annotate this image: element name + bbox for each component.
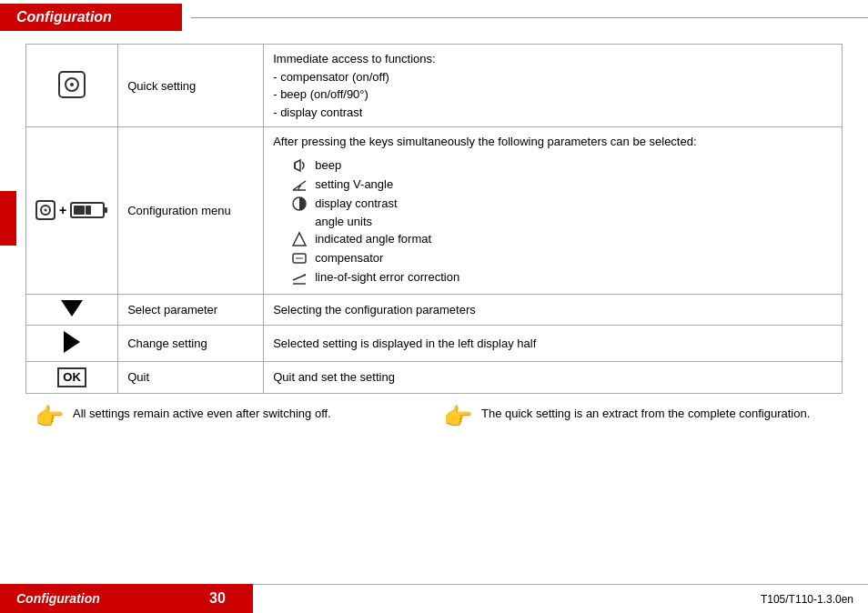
desc-configmenu: After pressing the keys simultaneously t…	[264, 127, 843, 295]
table-row: OK Quit Quit and set the setting	[26, 361, 843, 393]
note-2-text: The quick setting is an extract from the…	[481, 407, 810, 420]
settings-icon	[57, 70, 86, 99]
note-2: 👉 The quick setting is an extract from t…	[443, 407, 833, 431]
table-row: Change setting Selected setting is displ…	[26, 325, 843, 361]
label-configmenu: Configuration menu	[118, 127, 264, 295]
label-quicksetting: Quick setting	[118, 45, 264, 127]
label-change: Change setting	[118, 325, 264, 361]
triangle-down-icon	[61, 300, 83, 317]
config-table: Quick setting Immediate access to functi…	[25, 44, 843, 394]
footer-spacer	[253, 584, 553, 613]
main-content: Quick setting Immediate access to functi…	[0, 35, 868, 440]
svg-line-20	[293, 275, 306, 280]
desc-select: Selecting the configuration parameters	[264, 294, 843, 325]
header-title-box: Configuration	[0, 4, 182, 31]
header-line	[191, 17, 868, 18]
plus-icon: +	[59, 203, 66, 217]
finger-icon-2: 👉	[443, 403, 472, 431]
icon-cell-change	[26, 325, 118, 361]
los-icon	[291, 269, 308, 286]
finger-icon-1: 👉	[35, 403, 64, 431]
contrast-icon	[291, 196, 308, 212]
config-item-vangle: setting V-angle	[291, 176, 833, 193]
vangle-icon	[291, 176, 308, 193]
config-item-beep: beep	[291, 157, 833, 174]
header-title: Configuration	[16, 9, 112, 25]
footer-page: 30	[182, 584, 253, 613]
side-tab	[0, 191, 16, 246]
footer-version: T105/T110-1.3.0en	[553, 584, 868, 613]
config-item-compensator: compensator	[291, 250, 833, 266]
settings-small-icon	[35, 200, 56, 220]
note-1: 👉 All settings remain active even after …	[35, 407, 425, 431]
svg-rect-9	[86, 206, 91, 215]
svg-marker-16	[293, 233, 306, 246]
footer-title: Configuration	[0, 584, 182, 613]
page-footer: Configuration 30 T105/T110-1.3.0en	[0, 584, 868, 613]
icon-combo: +	[35, 200, 108, 220]
config-item-angleunits: angle units	[315, 215, 833, 228]
svg-point-5	[45, 209, 47, 212]
icon-cell-select	[26, 294, 118, 325]
battery-icon	[70, 200, 108, 220]
svg-rect-8	[74, 206, 85, 215]
config-items: beep setting V-angle	[273, 151, 833, 286]
config-item-los: line-of-sight error correction	[291, 269, 833, 286]
icon-cell-configmenu: +	[26, 127, 118, 295]
desc-quicksetting: Immediate access to functions: - compens…	[264, 45, 843, 127]
config-item-contrast: display contrast	[291, 196, 833, 212]
svg-point-2	[70, 83, 74, 86]
table-row: Quick setting Immediate access to functi…	[26, 45, 843, 127]
compensator-icon	[291, 250, 308, 266]
table-row: Select parameter Selecting the configura…	[26, 294, 843, 325]
icon-cell-quit: OK	[26, 361, 118, 393]
page-header: Configuration	[0, 0, 868, 35]
desc-change: Selected setting is displayed in the lef…	[264, 325, 843, 361]
svg-rect-7	[104, 207, 107, 213]
triangle-right-icon	[64, 331, 80, 353]
note-1-text: All settings remain active even after sw…	[73, 407, 331, 420]
config-item-angleformat: indicated angle format	[291, 231, 833, 247]
notes-section: 👉 All settings remain active even after …	[25, 407, 843, 431]
table-row: + Configuration menu After pressing the …	[26, 127, 843, 295]
label-quit: Quit	[118, 361, 264, 393]
ok-icon: OK	[57, 367, 86, 387]
angleformat-icon	[291, 231, 308, 247]
desc-quit: Quit and set the setting	[264, 361, 843, 393]
beep-icon	[291, 157, 308, 174]
label-select: Select parameter	[118, 294, 264, 325]
svg-line-13	[293, 181, 306, 190]
icon-cell-quicksetting	[26, 45, 118, 127]
